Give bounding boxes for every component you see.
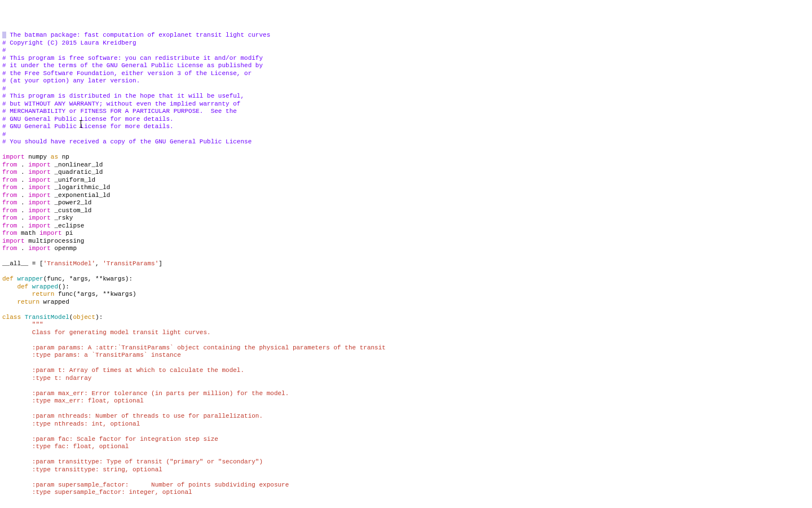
return-expr: wrapped <box>39 299 69 305</box>
comment-line: # This program is distributed in the hop… <box>2 93 244 99</box>
docstring-line: :type transittype: string, optional <box>2 466 162 473</box>
docstring-line: :param t: Array of times at which to cal… <box>2 367 244 374</box>
comment-line: # <box>2 85 6 92</box>
module-path: . <box>17 207 28 214</box>
import-target: openmp <box>51 245 77 252</box>
function-signature: (func, *args, **kwargs): <box>43 275 133 282</box>
import-target: _logarithmic_ld <box>51 184 111 191</box>
return-expr: func(*args, **kwargs) <box>54 291 136 297</box>
dunder-all: __all__ = [ <box>2 260 43 267</box>
docstring-line: :param supersample_factor: Number of poi… <box>2 481 289 488</box>
keyword-from: from <box>2 161 17 168</box>
comment-line: # <box>2 131 6 138</box>
module-name: multiprocessing <box>25 238 85 244</box>
comment-line: # the Free Software Foundation, either v… <box>2 70 251 77</box>
comment-line: # (at your option) any later version. <box>2 77 140 84</box>
docstring-line: :param params: A :attr:`TransitParams` o… <box>2 344 386 351</box>
comment-line: # The batman package: fast computation o… <box>2 32 270 38</box>
module-path: . <box>17 214 28 221</box>
import-target: _custom_ld <box>51 207 92 214</box>
module-path: . <box>17 245 28 252</box>
string-literal: 'TransitModel' <box>43 260 95 267</box>
keyword-def: def <box>17 283 28 290</box>
alias-name: np <box>58 154 69 160</box>
docstring-line: :param transittype: Type of transit ("pr… <box>2 458 263 465</box>
keyword-import: import <box>39 230 62 237</box>
docstring-line: :type t: ndarray <box>2 375 91 382</box>
comment-line: # but WITHOUT ANY WARRANTY; without even… <box>2 100 240 107</box>
docstring-line: :type max_err: float, optional <box>2 397 144 404</box>
comment-line: # GNU General Public License for more de… <box>2 123 174 130</box>
paren-close: ): <box>95 314 103 321</box>
keyword-import: import <box>28 177 51 183</box>
keyword-from: from <box>2 207 17 214</box>
keyword-class: class <box>2 314 21 321</box>
comma: , <box>95 260 103 267</box>
cursor-block <box>2 32 6 38</box>
docstring-line: :type params: a `TransitParams` instance <box>2 352 181 358</box>
indent <box>2 291 32 297</box>
comment-line: # it under the terms of the GNU General … <box>2 62 263 69</box>
comment-line: # <box>2 47 6 54</box>
module-path: . <box>17 199 28 206</box>
import-target: _uniform_ld <box>51 177 95 183</box>
gpl-caret-line: # GNU General Public License for more de… <box>2 116 174 122</box>
keyword-import: import <box>28 214 51 221</box>
module-path: math <box>17 230 39 237</box>
keyword-as: as <box>51 154 58 160</box>
keyword-import: import <box>28 169 51 176</box>
keyword-import: import <box>28 184 51 191</box>
import-target: pi <box>62 230 73 237</box>
function-name: wrapped <box>32 283 58 290</box>
code-editor[interactable]: # The batman package: fast computation o… <box>2 32 810 497</box>
keyword-from: from <box>2 177 17 183</box>
docstring-line: """ <box>2 321 43 328</box>
comment-line: # Copyright (C) 2015 Laura Kreidberg <box>2 40 136 46</box>
docstring-line: :param fac: Scale factor for integration… <box>2 436 218 443</box>
keyword-import: import <box>28 161 51 168</box>
import-target: _quadratic_ld <box>51 169 103 176</box>
keyword-return: return <box>17 299 39 305</box>
space <box>28 283 32 290</box>
comment-line: # MERCHANTABILITY or FITNESS FOR A PARTI… <box>2 108 237 115</box>
builtin-object: object <box>73 314 95 321</box>
docstring-line: :type fac: float, optional <box>2 443 129 450</box>
function-signature: (): <box>58 283 69 290</box>
import-target: _exponential_ld <box>51 192 111 199</box>
module-name: numpy <box>25 154 51 160</box>
bracket-close: ] <box>158 260 162 267</box>
keyword-import: import <box>2 154 25 160</box>
docstring-line: Class for generating model transit light… <box>2 329 211 336</box>
function-name: wrapper <box>17 275 43 282</box>
comment-fragment: License for more details. <box>81 116 174 122</box>
keyword-import: import <box>2 238 25 244</box>
keyword-import: import <box>28 245 51 252</box>
docstring-line: :type supersample_factor: integer, optio… <box>2 489 192 496</box>
module-path: . <box>17 184 28 191</box>
keyword-from: from <box>2 214 17 221</box>
keyword-from: from <box>2 184 17 191</box>
comment-line: # You should have received a copy of the… <box>2 138 251 145</box>
string-literal: 'TransitParams' <box>103 260 158 267</box>
import-target: _nonlinear_ld <box>51 161 103 168</box>
keyword-from: from <box>2 230 17 237</box>
import-target: _rsky <box>51 214 73 221</box>
module-path: . <box>17 169 28 176</box>
keyword-def: def <box>2 275 14 282</box>
import-target: _power2_ld <box>51 199 92 206</box>
import-target: _eclipse <box>51 222 84 229</box>
keyword-import: import <box>28 192 51 199</box>
indent <box>2 283 17 290</box>
comment-fragment: # GNU General Public <box>2 116 81 122</box>
keyword-from: from <box>2 192 17 199</box>
docstring-line: :type nthreads: int, optional <box>2 421 140 427</box>
keyword-from: from <box>2 222 17 229</box>
class-name: TransitModel <box>25 314 69 321</box>
keyword-from: from <box>2 245 17 252</box>
docstring-line: :param max_err: Error tolerance (in part… <box>2 390 289 397</box>
docstring-line: :param nthreads: Number of threads to us… <box>2 413 263 419</box>
keyword-from: from <box>2 199 17 206</box>
keyword-return: return <box>32 291 55 297</box>
module-path: . <box>17 192 28 199</box>
keyword-from: from <box>2 169 17 176</box>
